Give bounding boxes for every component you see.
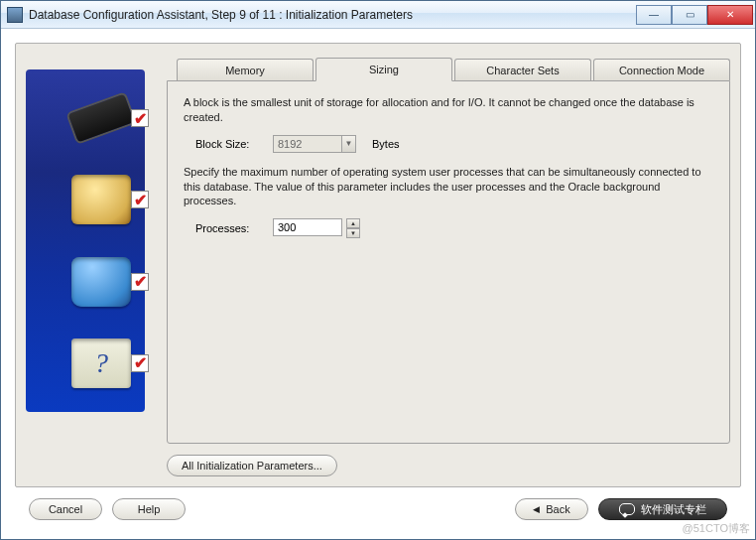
block-size-input[interactable]	[273, 135, 342, 153]
close-button[interactable]: ✕	[707, 5, 753, 25]
window-title: Database Configuration Assistant, Step 9…	[29, 8, 636, 22]
wizard-sidebar: ✔ ✔ ✔ ? ✔	[26, 54, 155, 476]
cancel-button[interactable]: Cancel	[29, 498, 102, 520]
window-frame: Database Configuration Assistant, Step 9…	[0, 0, 756, 540]
block-size-row: Block Size: ▼ Bytes	[195, 135, 713, 153]
processes-spinner[interactable]: ▲ ▼	[273, 218, 360, 238]
processes-row: Processes: ▲ ▼	[195, 218, 713, 238]
tab-connection-mode[interactable]: Connection Mode	[593, 59, 730, 80]
processes-input[interactable]	[273, 218, 342, 236]
chevron-left-icon: ◀	[533, 504, 540, 514]
all-initialization-parameters-button[interactable]: All Initialization Parameters...	[167, 455, 337, 476]
question-icon: ?	[71, 338, 131, 388]
tab-content-sizing: A block is the smallest unit of storage …	[167, 80, 730, 444]
processes-label: Processes:	[195, 222, 265, 234]
chevron-down-icon[interactable]: ▼	[342, 135, 356, 153]
wizard-step-1: ✔	[34, 83, 137, 153]
main-panel: ✔ ✔ ✔ ? ✔	[15, 43, 741, 487]
tab-character-sets[interactable]: Character Sets	[454, 59, 591, 80]
check-icon: ✔	[131, 191, 149, 208]
back-label: Back	[546, 503, 569, 515]
spinner-arrows: ▲ ▼	[346, 218, 360, 238]
tab-area: Memory Sizing Character Sets Connection …	[167, 54, 730, 476]
spinner-up-icon[interactable]: ▲	[346, 218, 360, 228]
check-icon: ✔	[131, 354, 149, 372]
back-button[interactable]: ◀ Back	[515, 498, 588, 520]
wizard-step-4: ? ✔	[34, 329, 137, 398]
wizard-graphic: ✔ ✔ ✔ ? ✔	[26, 69, 145, 412]
help-button[interactable]: Help	[112, 498, 186, 520]
chip-icon	[68, 94, 135, 143]
check-icon: ✔	[131, 109, 149, 127]
footer-bar: Cancel Help ◀ Back 软件测试专栏	[15, 487, 741, 531]
database-icon	[71, 257, 131, 307]
app-icon	[7, 7, 23, 23]
tab-memory[interactable]: Memory	[177, 59, 314, 80]
titlebar: Database Configuration Assistant, Step 9…	[1, 1, 755, 29]
minimize-button[interactable]: —	[636, 5, 672, 25]
content-area: ✔ ✔ ✔ ? ✔	[1, 29, 755, 539]
next-button[interactable]: 软件测试专栏	[598, 498, 727, 520]
spinner-down-icon[interactable]: ▼	[346, 228, 360, 238]
folder-icon	[71, 175, 131, 224]
block-size-combo[interactable]: ▼	[273, 135, 356, 153]
next-label: 软件测试专栏	[641, 502, 706, 517]
window-controls: — ▭ ✕	[636, 5, 753, 25]
tab-sizing[interactable]: Sizing	[315, 58, 452, 81]
block-size-description: A block is the smallest unit of storage …	[184, 95, 713, 125]
tab-row: Memory Sizing Character Sets Connection …	[167, 54, 730, 81]
chat-icon	[619, 503, 635, 515]
block-size-unit: Bytes	[372, 138, 400, 150]
question-glyph: ?	[94, 347, 108, 379]
check-icon: ✔	[131, 273, 149, 291]
block-size-label: Block Size:	[195, 138, 265, 150]
maximize-button[interactable]: ▭	[672, 5, 707, 25]
wizard-step-2: ✔	[34, 165, 137, 234]
processes-description: Specify the maximum number of operating …	[184, 165, 713, 209]
wizard-step-3: ✔	[34, 247, 137, 317]
